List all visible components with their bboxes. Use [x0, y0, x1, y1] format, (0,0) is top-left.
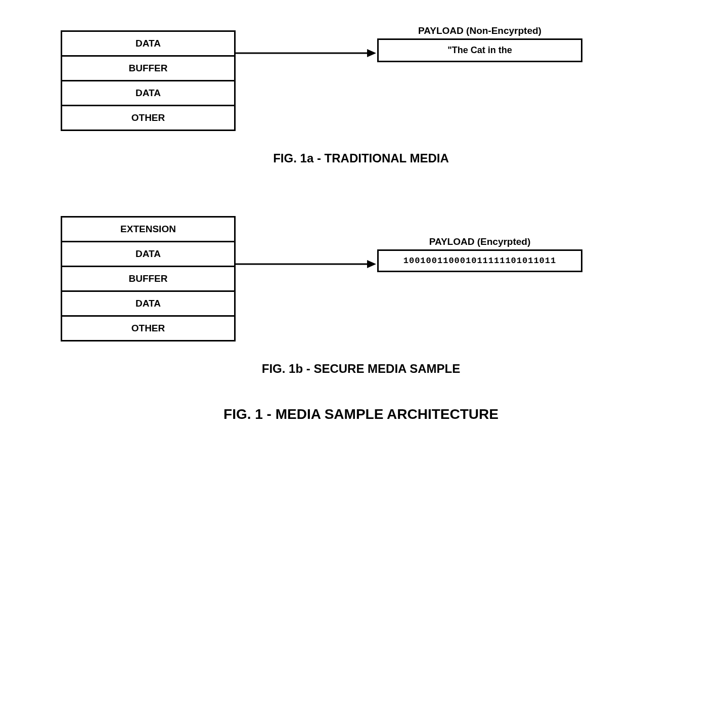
figure-1a-caption: FIG. 1a - TRADITIONAL MEDIA — [40, 151, 682, 165]
table-cell: BUFFER — [62, 57, 234, 81]
figure-1b-caption: FIG. 1b - SECURE MEDIA SAMPLE — [40, 362, 682, 376]
figure-1b: EXTENSION DATA BUFFER DATA OTHER PAYLOAD… — [40, 216, 682, 376]
payload-label: PAYLOAD (Encyrpted) — [377, 236, 582, 247]
figure-1b-row: EXTENSION DATA BUFFER DATA OTHER PAYLOAD… — [40, 216, 682, 341]
table-cell: EXTENSION — [62, 218, 234, 242]
block-table-1b: EXTENSION DATA BUFFER DATA OTHER — [61, 216, 236, 341]
payload-1b: PAYLOAD (Encyrpted) 10010011000101111110… — [377, 236, 582, 272]
arrow-1a — [236, 40, 377, 66]
block-table-1a: DATA BUFFER DATA OTHER — [61, 30, 236, 131]
table-cell: OTHER — [62, 106, 234, 130]
figure-1a-row: DATA BUFFER DATA OTHER PAYLOAD (Non-Ency… — [40, 30, 682, 131]
svg-marker-3 — [367, 260, 376, 268]
payload-box: 100100110001011111101011011 — [377, 249, 582, 272]
payload-box: "The Cat in the — [377, 38, 582, 62]
arrow-icon — [236, 40, 377, 66]
arrow-icon — [236, 251, 377, 277]
table-cell: DATA — [62, 81, 234, 106]
payload-label: PAYLOAD (Non-Encyrpted) — [377, 25, 582, 36]
table-cell: DATA — [62, 32, 234, 57]
svg-marker-1 — [367, 49, 376, 57]
payload-1a: PAYLOAD (Non-Encyrpted) "The Cat in the — [377, 25, 582, 62]
figure-1a: DATA BUFFER DATA OTHER PAYLOAD (Non-Ency… — [40, 30, 682, 165]
table-cell: DATA — [62, 292, 234, 317]
table-cell: BUFFER — [62, 267, 234, 292]
table-cell: DATA — [62, 242, 234, 267]
main-figure-caption: FIG. 1 - MEDIA SAMPLE ARCHITECTURE — [40, 406, 682, 422]
table-cell: OTHER — [62, 317, 234, 340]
arrow-1b — [236, 251, 377, 277]
